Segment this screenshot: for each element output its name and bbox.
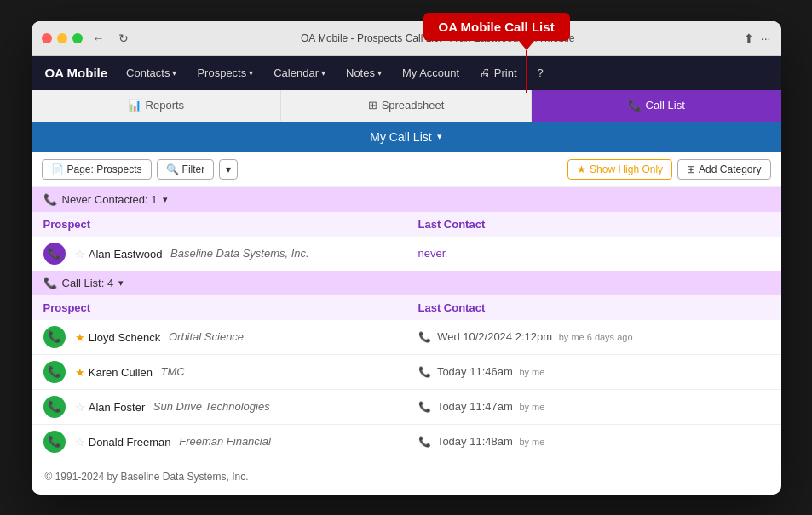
last-contact-time: 2:12pm <box>515 330 552 343</box>
star-alan-eastwood[interactable]: ☆ <box>75 247 85 260</box>
last-contact-date: Today <box>437 435 467 448</box>
app-brand: OA Mobile <box>45 66 108 80</box>
prospect-company: TMC <box>161 365 185 378</box>
last-contact-meta: by me <box>519 402 544 412</box>
share-icon: ⬆ <box>744 31 754 45</box>
call-button-lloyd-schenck[interactable]: 📞 <box>43 326 66 348</box>
prospect-name[interactable]: Karen Cullen <box>89 365 153 378</box>
section1-phone-icon: 📞 <box>43 193 57 206</box>
prospect-name[interactable]: Alan Eastwood <box>89 247 163 260</box>
last-contact-meta: by me <box>519 437 544 447</box>
tooltip-box: OA Mobile Call List <box>423 13 570 41</box>
col-prospect-2: Prospect <box>32 295 406 320</box>
contacts-dropdown-icon: ▾ <box>172 68 176 77</box>
refresh-button[interactable]: ↻ <box>115 30 132 47</box>
last-contact-meta: by me 6 days ago <box>559 332 633 342</box>
table-row: 📞 ☆ Donald Freeman Freeman Financial 📞 T… <box>32 424 781 459</box>
nav-calendar[interactable]: Calendar ▾ <box>265 61 334 84</box>
prospects-dropdown-icon: ▾ <box>249 68 253 77</box>
contact-phone-icon: 📞 <box>418 366 431 378</box>
last-contact-never: never <box>418 247 446 260</box>
table-row: 📞 ★ Karen Cullen TMC 📞 Today 11:46am by … <box>32 354 781 389</box>
table-row: 📞 ★ Lloyd Schenck Orbital Science 📞 Wed … <box>32 320 781 355</box>
call-list-header[interactable]: My Call List ▾ <box>32 122 781 152</box>
contact-phone-icon: 📞 <box>418 436 431 448</box>
prospect-company: Baseline Data Systems, Inc. <box>170 247 309 260</box>
prospect-company: Sun Drive Technologies <box>153 400 270 413</box>
section2-dropdown-icon: ▾ <box>118 278 124 289</box>
call-list-section-header[interactable]: 📞 Call List: 4 ▾ <box>32 271 781 295</box>
call-button-alan-foster[interactable]: 📞 <box>43 396 66 418</box>
prospect-name[interactable]: Lloyd Schenck <box>89 330 161 343</box>
call-button-karen-cullen[interactable]: 📞 <box>43 361 66 383</box>
call-list-title: My Call List <box>370 130 431 144</box>
nav-prospects[interactable]: Prospects ▾ <box>188 61 262 84</box>
filter-chevron-icon: ▾ <box>226 163 231 175</box>
notes-dropdown-icon: ▾ <box>377 68 382 77</box>
minimize-button[interactable] <box>57 33 67 43</box>
page-icon: 📄 <box>51 163 64 175</box>
prospect-company: Orbital Science <box>169 330 244 343</box>
nav-notes[interactable]: Notes ▾ <box>337 61 390 84</box>
last-contact-date: Today <box>437 400 467 413</box>
col-prospect-1: Prospect <box>32 212 406 237</box>
last-contact-date: Wed 10/2/2024 <box>437 330 512 343</box>
reports-chart-icon: 📊 <box>128 99 141 112</box>
show-high-only-button[interactable]: ★ Show High Only <box>567 159 672 180</box>
star-karen-cullen[interactable]: ★ <box>75 365 85 378</box>
never-contacted-header[interactable]: 📞 Never Contacted: 1 ▾ <box>32 187 781 212</box>
close-button[interactable] <box>42 33 52 43</box>
maximize-button[interactable] <box>72 33 83 43</box>
footer: © 1991-2024 by Baseline Data Systems, In… <box>32 459 781 495</box>
star-lloyd-schenck[interactable]: ★ <box>75 330 85 343</box>
contact-phone-icon: 📞 <box>418 331 431 343</box>
page-prospects-button[interactable]: 📄 Page: Prospects <box>42 159 152 180</box>
filter-button[interactable]: 🔍 Filter <box>157 159 215 180</box>
more-icon: ··· <box>761 31 771 45</box>
col-last-contact-2: Last Contact <box>406 295 781 320</box>
spreadsheet-grid-icon: ⊞ <box>368 99 377 112</box>
section2-phone-icon: 📞 <box>43 277 57 289</box>
prospect-name[interactable]: Donald Freeman <box>89 435 171 448</box>
call-button-alan-eastwood[interactable]: 📞 <box>43 243 66 265</box>
star-donald-freeman[interactable]: ☆ <box>75 435 85 448</box>
prospect-company: Freeman Financial <box>179 435 271 448</box>
table-row: 📞 ☆ Alan Foster Sun Drive Technologies 📞… <box>32 389 781 424</box>
filter-dropdown-button[interactable]: ▾ <box>219 159 238 180</box>
call-button-donald-freeman[interactable]: 📞 <box>43 431 66 453</box>
tab-reports[interactable]: 📊 Reports <box>32 90 282 122</box>
contact-phone-icon: 📞 <box>418 401 431 413</box>
section1-dropdown-icon: ▾ <box>163 194 168 205</box>
call-list-dropdown-icon: ▾ <box>437 131 442 142</box>
call-list-phone-icon: 📞 <box>628 99 642 112</box>
tab-call-list[interactable]: 📞 Call List <box>532 90 781 122</box>
last-contact-time: 11:48am <box>469 435 513 448</box>
tab-spreadsheet[interactable]: ⊞ Spreadsheet <box>281 90 532 122</box>
filter-search-icon: 🔍 <box>166 163 179 175</box>
nav-contacts[interactable]: Contacts ▾ <box>118 61 185 84</box>
last-contact-time: 11:47am <box>469 400 513 413</box>
last-contact-time: 11:46am <box>469 365 513 378</box>
category-grid-icon: ⊞ <box>687 163 695 175</box>
last-contact-meta: by me <box>519 367 544 377</box>
add-category-button[interactable]: ⊞ Add Category <box>677 159 770 180</box>
back-button[interactable]: ← <box>89 30 108 47</box>
col-last-contact-1: Last Contact <box>406 212 781 237</box>
star-icon: ★ <box>577 163 586 175</box>
star-alan-foster[interactable]: ☆ <box>75 400 85 413</box>
last-contact-date: Today <box>437 365 467 378</box>
calendar-dropdown-icon: ▾ <box>321 68 325 77</box>
table-row: 📞 ☆ Alan Eastwood Baseline Data Systems,… <box>32 237 781 271</box>
prospect-name[interactable]: Alan Foster <box>89 400 145 413</box>
